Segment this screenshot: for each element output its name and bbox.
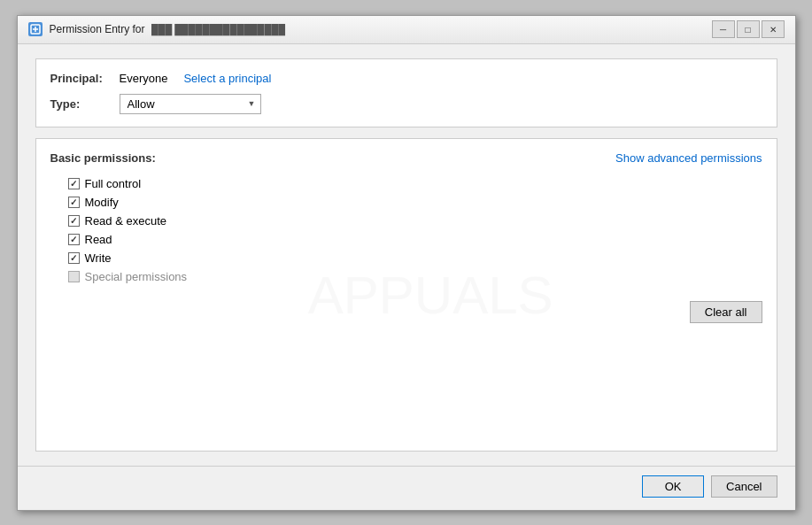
- list-item: Modify: [68, 196, 762, 209]
- special-permissions-label: Special permissions: [85, 270, 188, 283]
- dialog-title: Permission Entry for ███ ███████████████…: [50, 23, 286, 35]
- read-execute-label: Read & execute: [85, 214, 167, 228]
- principal-value: Everyone: [120, 72, 168, 85]
- dialog-content: Principal: Everyone Select a principal T…: [18, 44, 795, 466]
- full-control-checkbox[interactable]: [68, 178, 80, 189]
- title-bar: Permission Entry for ███ ███████████████…: [18, 16, 795, 44]
- modify-checkbox[interactable]: [68, 197, 80, 208]
- special-permissions-checkbox[interactable]: [68, 271, 80, 282]
- list-item: Special permissions: [68, 270, 762, 283]
- principal-row: Principal: Everyone Select a principal: [50, 72, 762, 85]
- select-principal-link[interactable]: Select a principal: [183, 72, 271, 85]
- principal-type-section: Principal: Everyone Select a principal T…: [35, 58, 777, 127]
- dialog-icon: [28, 22, 43, 36]
- read-label: Read: [85, 233, 112, 246]
- minimize-button[interactable]: ─: [712, 20, 735, 38]
- clear-all-button[interactable]: Clear all: [690, 301, 762, 323]
- type-select[interactable]: Allow Deny: [120, 94, 261, 114]
- cancel-button[interactable]: Cancel: [711, 475, 777, 498]
- read-checkbox[interactable]: [68, 234, 80, 245]
- list-item: Full control: [68, 177, 762, 190]
- maximize-button[interactable]: □: [737, 20, 760, 38]
- list-item: Read & execute: [68, 214, 762, 228]
- permissions-header: Basic permissions: Show advanced permiss…: [50, 151, 762, 165]
- permissions-section: APPUALS Basic permissions: Show advanced…: [35, 138, 777, 452]
- dialog-footer: OK Cancel: [18, 466, 795, 510]
- show-advanced-link[interactable]: Show advanced permissions: [615, 151, 762, 165]
- type-select-wrapper: Allow Deny ▼: [120, 94, 261, 114]
- type-row: Type: Allow Deny ▼: [50, 94, 762, 114]
- permissions-list: Full control Modify Read & execute Read: [68, 177, 762, 283]
- principal-label: Principal:: [50, 72, 112, 85]
- list-item: Read: [68, 233, 762, 246]
- title-bar-controls: ─ □ ✕: [712, 20, 785, 38]
- list-item: Write: [68, 251, 762, 265]
- ok-button[interactable]: OK: [642, 475, 704, 498]
- read-execute-checkbox[interactable]: [68, 215, 80, 227]
- title-filename: ███ ████████████████: [151, 24, 285, 35]
- write-label: Write: [85, 251, 112, 265]
- permission-entry-dialog: Permission Entry for ███ ███████████████…: [17, 15, 796, 511]
- write-checkbox[interactable]: [68, 252, 80, 264]
- permissions-section-title: Basic permissions:: [50, 151, 156, 165]
- close-button[interactable]: ✕: [762, 20, 785, 38]
- title-bar-left: Permission Entry for ███ ███████████████…: [28, 22, 286, 36]
- full-control-label: Full control: [85, 177, 142, 190]
- clear-all-row: Clear all: [50, 301, 762, 323]
- title-static: Permission Entry for: [50, 23, 145, 35]
- type-label: Type:: [50, 97, 112, 111]
- modify-label: Modify: [85, 196, 119, 209]
